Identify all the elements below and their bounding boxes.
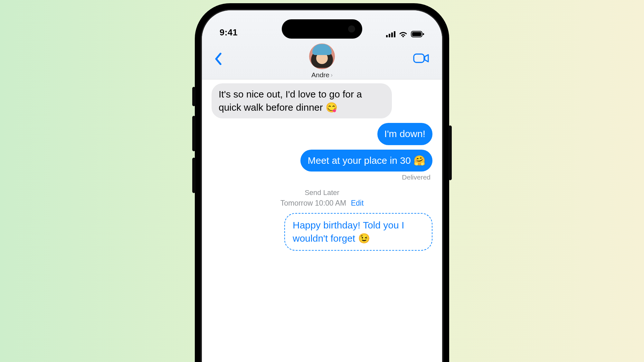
back-button[interactable] — [212, 50, 225, 68]
status-icons — [386, 31, 424, 38]
power-button — [449, 125, 452, 180]
svg-rect-3 — [414, 54, 424, 62]
volume-up-button — [192, 116, 195, 151]
conversation-header: Andre › — [202, 41, 442, 79]
send-later-time: Tomorrow 10:00 AM — [280, 199, 346, 207]
status-time: 9:41 — [220, 28, 238, 38]
contact-name: Andre — [311, 71, 329, 79]
svg-rect-1 — [412, 32, 421, 36]
phone-frame: 9:41 — [195, 3, 449, 362]
outgoing-message[interactable]: I'm down! — [377, 123, 432, 145]
contact-info[interactable]: Andre › — [309, 43, 335, 79]
outgoing-message[interactable]: Meet at your place in 30 🤗 — [300, 150, 432, 172]
edit-schedule-button[interactable]: Edit — [351, 199, 364, 207]
send-later-header: Send Later Tomorrow 10:00 AM Edit — [280, 188, 364, 209]
svg-rect-2 — [423, 33, 424, 35]
avatar — [309, 43, 335, 69]
screen: 9:41 — [202, 10, 442, 362]
scheduled-message[interactable]: Happy birthday! Told you I wouldn't forg… — [284, 213, 432, 251]
mute-switch — [192, 87, 195, 106]
volume-down-button — [192, 158, 195, 193]
delivery-status: Delivered — [402, 173, 432, 181]
dynamic-island — [282, 19, 362, 39]
facetime-button[interactable] — [410, 50, 432, 68]
battery-icon — [411, 31, 424, 38]
cellular-signal-icon — [386, 31, 395, 37]
conversation-scroll[interactable]: It's so nice out, I'd love to go for a q… — [202, 79, 442, 362]
send-later-label: Send Later — [280, 188, 364, 198]
wifi-icon — [399, 31, 408, 38]
chevron-right-icon: › — [331, 72, 333, 79]
incoming-message[interactable]: It's so nice out, I'd love to go for a q… — [212, 83, 392, 118]
